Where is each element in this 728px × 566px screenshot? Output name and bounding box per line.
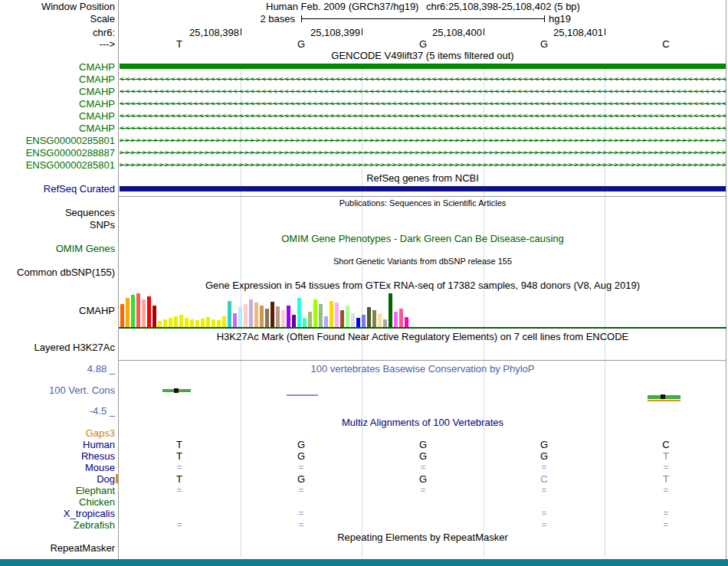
dbsnp-title: Short Genetic Variants from dbSNP releas… — [119, 256, 726, 267]
snps-label[interactable]: SNPs — [0, 219, 115, 231]
species-label[interactable]: Rhesus — [0, 450, 115, 462]
gene-strand-arrows[interactable]: >>>>>>>>>>>>>>>>>>>>>>>>>>>>>>>>>>>>>>>>… — [120, 159, 726, 171]
gtex-expression-bar[interactable] — [292, 315, 296, 327]
scale-value: 2 bases — [119, 13, 295, 25]
gtex-expression-bar[interactable] — [356, 318, 360, 327]
gtex-title: Gene Expression in 54 tissues from GTEx … — [119, 280, 726, 291]
gtex-expression-bar[interactable] — [330, 301, 333, 327]
gene-strand-arrows[interactable]: <<<<<<<<<<<<<<<<<<<<<<<<<<<<<<<<<<<<<<<<… — [120, 98, 726, 110]
gtex-expression-bar[interactable] — [313, 299, 317, 327]
gtex-expression-bar[interactable] — [195, 320, 199, 327]
refseq-bar[interactable] — [120, 186, 726, 191]
gene-label[interactable]: ENSG00000285801 — [0, 159, 115, 171]
repeatmasker-label[interactable]: RepeatMasker — [0, 542, 115, 554]
species-label[interactable]: Chicken — [0, 496, 115, 508]
gtex-expression-bar[interactable] — [244, 304, 248, 327]
gtex-expression-bar[interactable] — [238, 307, 242, 327]
gtex-expression-bar[interactable] — [120, 304, 124, 327]
gene-strand-arrows[interactable]: >>>>>>>>>>>>>>>>>>>>>>>>>>>>>>>>>>>>>>>>… — [120, 135, 726, 146]
gtex-expression-bar[interactable] — [405, 317, 408, 327]
alignment-base: = — [658, 485, 674, 496]
gtex-expression-bar[interactable] — [222, 316, 226, 327]
gtex-expression-bar[interactable] — [281, 310, 285, 327]
gtex-expression-bar[interactable] — [324, 316, 328, 327]
gtex-expression-bar[interactable] — [319, 304, 323, 327]
gene-label[interactable]: CMAHP — [0, 86, 115, 97]
gene-strand-arrows[interactable]: >>>>>>>>>>>>>>>>>>>>>>>>>>>>>>>>>>>>>>>>… — [120, 147, 726, 159]
gtex-expression-bar[interactable] — [233, 313, 237, 327]
refseq-curated-label[interactable]: RefSeq Curated — [0, 183, 115, 195]
gtex-expression-bar[interactable] — [147, 296, 151, 327]
gene-label[interactable]: ENSG00000285801 — [0, 135, 115, 146]
gtex-expression-bar[interactable] — [399, 309, 403, 327]
gtex-expression-bar[interactable] — [303, 318, 307, 327]
sequences-label[interactable]: Sequences — [0, 207, 115, 218]
species-label[interactable]: Dog — [0, 473, 115, 485]
gtex-expression-bar[interactable] — [346, 306, 349, 327]
gtex-expression-bar[interactable] — [158, 321, 162, 327]
gtex-expression-bar[interactable] — [217, 320, 221, 327]
omim-genes-label[interactable]: OMIM Genes — [0, 243, 115, 254]
ruler-tick-label: 25,108,401 — [519, 27, 603, 38]
gtex-expression-bar[interactable] — [201, 319, 205, 327]
species-label[interactable]: Elephant — [0, 485, 115, 496]
gtex-expression-bar[interactable] — [142, 299, 146, 327]
gtex-expression-bar[interactable] — [260, 306, 264, 327]
gtex-expression-bar[interactable] — [362, 315, 366, 327]
gencode-title: GENCODE V49lift37 (5 items filtered out) — [119, 50, 726, 61]
alignment-base: = — [293, 462, 309, 473]
gtex-expression-bar[interactable] — [169, 318, 172, 327]
gtex-expression-bar[interactable] — [174, 316, 178, 327]
gtex-expression-bar[interactable] — [131, 295, 135, 327]
gaps-label[interactable]: Gaps3 — [0, 427, 115, 439]
gtex-baseline — [119, 327, 726, 329]
gtex-expression-bar[interactable] — [185, 318, 189, 327]
gene-exon-bar[interactable] — [120, 64, 726, 69]
gtex-expression-bar[interactable] — [126, 298, 130, 327]
gtex-expression-bar[interactable] — [335, 303, 339, 327]
gtex-expression-bar[interactable] — [152, 306, 156, 327]
gene-label[interactable]: CMAHP — [0, 110, 115, 122]
species-label[interactable]: Zebrafish — [0, 519, 115, 531]
gtex-expression-bar[interactable] — [389, 293, 392, 327]
gtex-expression-bar[interactable] — [340, 310, 344, 327]
gtex-expression-bar[interactable] — [271, 302, 274, 327]
conservation-label[interactable]: 100 Vert. Cons — [0, 384, 115, 396]
gene-label[interactable]: CMAHP — [0, 98, 115, 110]
gene-label[interactable]: CMAHP — [0, 61, 115, 73]
gtex-expression-bar[interactable] — [378, 313, 382, 327]
alignment-base: = — [536, 508, 552, 519]
gene-label[interactable]: CMAHP — [0, 123, 115, 134]
gtex-expression-bar[interactable] — [265, 309, 269, 327]
gene-strand-arrows[interactable]: <<<<<<<<<<<<<<<<<<<<<<<<<<<<<<<<<<<<<<<<… — [120, 74, 726, 85]
dbsnp-label[interactable]: Common dbSNP(155) — [0, 267, 115, 278]
species-label[interactable]: Human — [0, 439, 115, 450]
gtex-expression-bar[interactable] — [228, 301, 231, 327]
gtex-expression-bar[interactable] — [367, 307, 371, 327]
gtex-expression-bar[interactable] — [136, 293, 140, 327]
gtex-expression-bar[interactable] — [394, 312, 398, 327]
gene-strand-arrows[interactable]: <<<<<<<<<<<<<<<<<<<<<<<<<<<<<<<<<<<<<<<<… — [120, 123, 726, 134]
species-label[interactable]: Mouse — [0, 462, 115, 473]
gtex-expression-bar[interactable] — [383, 319, 387, 327]
gtex-expression-bar[interactable] — [190, 319, 194, 327]
gene-label[interactable]: CMAHP — [0, 74, 115, 85]
gtex-expression-bar[interactable] — [372, 310, 376, 327]
gtex-expression-bar[interactable] — [297, 298, 301, 327]
gene-strand-arrows[interactable]: <<<<<<<<<<<<<<<<<<<<<<<<<<<<<<<<<<<<<<<<… — [120, 86, 726, 97]
gtex-expression-bar[interactable] — [163, 319, 167, 327]
gtex-expression-bar[interactable] — [179, 315, 183, 327]
gtex-expression-bar[interactable] — [206, 317, 210, 327]
gtex-gene-label[interactable]: CMAHP — [0, 305, 115, 316]
gene-label[interactable]: ENSG00000288887 — [0, 147, 115, 159]
gtex-expression-bar[interactable] — [351, 313, 355, 327]
h3k27ac-label[interactable]: Layered H3K27Ac — [0, 342, 115, 353]
gtex-expression-bar[interactable] — [254, 303, 258, 327]
species-label[interactable]: X_tropicalis — [0, 508, 115, 519]
gtex-expression-bar[interactable] — [308, 312, 312, 327]
gtex-expression-bar[interactable] — [212, 319, 215, 327]
gtex-expression-bar[interactable] — [276, 306, 280, 327]
gtex-expression-bar[interactable] — [249, 299, 253, 327]
gtex-expression-bar[interactable] — [287, 306, 290, 327]
gene-strand-arrows[interactable]: <<<<<<<<<<<<<<<<<<<<<<<<<<<<<<<<<<<<<<<<… — [120, 110, 726, 122]
